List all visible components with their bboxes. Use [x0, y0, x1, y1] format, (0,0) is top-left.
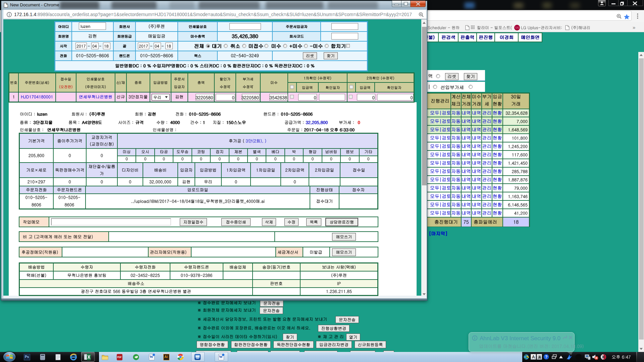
- svg-text:?: ?: [545, 355, 547, 359]
